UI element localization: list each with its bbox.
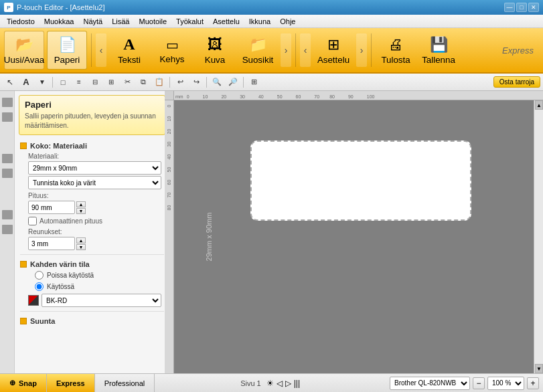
- align-btn1[interactable]: ≡: [72, 76, 86, 89]
- frame-icon: ▭: [166, 37, 179, 53]
- scroll-up-btn[interactable]: ▲: [535, 100, 543, 110]
- menu-tyokalut[interactable]: Työkalut: [172, 16, 208, 27]
- zoom-in-btn[interactable]: 🔍: [210, 76, 224, 89]
- cut-btn[interactable]: ✂: [120, 76, 135, 89]
- panel-side-icons: [0, 91, 15, 373]
- radio-group: Poissa käytöstä Käytössä: [15, 270, 169, 292]
- pituus-input-row: ▲ ▼: [28, 201, 161, 214]
- menu-bar: Tiedosto Muokkaa Näytä Lisää Muotoile Ty…: [0, 15, 543, 28]
- close-button[interactable]: ✕: [528, 3, 539, 12]
- grid-btn[interactable]: ⊞: [246, 76, 261, 89]
- toolbar-suosikit[interactable]: 📁 Suosikit: [238, 31, 278, 70]
- zoom-select[interactable]: 100 % 50 % 75 % 150 % 200 %: [487, 377, 524, 390]
- pituus-up-btn[interactable]: ▲: [76, 201, 86, 207]
- favorites-icon: 📁: [249, 36, 267, 54]
- reunukset-down-btn[interactable]: ▼: [76, 244, 86, 250]
- align-btn2[interactable]: ⊟: [88, 76, 102, 89]
- toolbar-teksti[interactable]: A Teksti: [109, 31, 149, 70]
- left-panel: Paperi Sallii paperin pituuden, leveyden…: [15, 91, 170, 373]
- materiaali-select[interactable]: 29mm x 90mm 24mm x 90mm 62mm x 90mm: [28, 161, 161, 175]
- pituus-input[interactable]: [28, 201, 75, 214]
- panel-description: Sallii paperin pituuden, leveyden ja suu…: [25, 112, 159, 130]
- toolbar-tallenna[interactable]: 💾 Tallenna: [418, 31, 459, 70]
- scroll-down-btn[interactable]: ▼: [535, 364, 543, 373]
- status-icon-4: |||: [294, 379, 300, 388]
- toolbar-suosikit-label: Suosikit: [242, 55, 274, 65]
- toolbar-kuva[interactable]: 🖼 Kuva: [195, 31, 235, 70]
- tunnista-select[interactable]: Tunnista koko ja värit Manuaalinen: [28, 176, 161, 189]
- menu-muokkaa[interactable]: Muokkaa: [40, 16, 78, 27]
- poissa-radio[interactable]: [35, 271, 44, 280]
- panel-title: Paperi: [25, 100, 159, 110]
- dropdown-btn[interactable]: ▼: [35, 76, 50, 89]
- align-btn3[interactable]: ⊞: [104, 76, 119, 89]
- status-icon-3: ▷: [285, 379, 291, 388]
- paste-btn[interactable]: 📋: [152, 76, 167, 89]
- toolbar-next-btn[interactable]: ›: [281, 33, 291, 67]
- menu-muotoile[interactable]: Muotoile: [135, 16, 171, 27]
- menu-ohje[interactable]: Ohje: [276, 16, 299, 27]
- kaytossa-radio[interactable]: [35, 282, 44, 291]
- window-title: P-touch Editor - [Asettelu2]: [17, 3, 104, 11]
- printer-select[interactable]: Brother QL-820NWB: [390, 377, 470, 390]
- toolbar-tulosta-label: Tulosta: [381, 55, 410, 65]
- menu-ikkuna[interactable]: Ikkuna: [245, 16, 275, 27]
- color-selector-row: BK-RD BK-BL: [15, 292, 169, 308]
- zoom-in-status-btn[interactable]: +: [527, 377, 539, 389]
- side-icon-2: [2, 112, 13, 122]
- buy-stickers-button[interactable]: Osta tarroja: [493, 76, 540, 88]
- professional-tab[interactable]: Professional: [95, 374, 155, 393]
- copy-btn[interactable]: ⧉: [136, 76, 151, 89]
- secondary-toolbar: ↖ A ▼ □ ≡ ⊟ ⊞ ✂ ⧉ 📋 ↩ ↪ 🔍 🔎 ⊞ Osta tarro…: [0, 74, 543, 91]
- ruler-left: 0 10 20 30 40 50 60 70 80: [165, 100, 174, 373]
- redo-btn[interactable]: ↪: [189, 76, 204, 89]
- toolbar-asettelu[interactable]: ⊞ Asettelu: [313, 31, 354, 70]
- toolbar-tallenna-label: Tallenna: [422, 55, 455, 65]
- express-tab[interactable]: Express: [47, 374, 95, 393]
- menu-tiedosto[interactable]: Tiedosto: [3, 16, 39, 27]
- poissa-row: Poissa käytöstä: [35, 271, 161, 280]
- save-icon: 💾: [430, 36, 448, 54]
- toolbar-next-btn2[interactable]: ›: [356, 33, 367, 67]
- snap-tab[interactable]: ⊕ Snap: [0, 374, 47, 393]
- canvas-inner: 29mm x 90mm: [174, 100, 534, 373]
- menu-nayta[interactable]: Näytä: [79, 16, 106, 27]
- toolbar-kehys[interactable]: ▭ Kehys: [152, 31, 192, 70]
- automaattinen-label: Automaattinen pituus: [40, 217, 102, 225]
- side-icon-4: [2, 169, 13, 178]
- reunukset-spin: ▲ ▼: [76, 237, 86, 250]
- automaattinen-checkbox[interactable]: [28, 217, 37, 225]
- toolbar-uusi-avaa[interactable]: 📂 Uusi/Avaa: [4, 31, 44, 70]
- sec-sep-2: [169, 77, 170, 88]
- express-label: Express: [502, 45, 539, 56]
- canvas-scroll-area[interactable]: 29mm x 90mm: [174, 100, 534, 373]
- ruler-corner: [165, 91, 174, 100]
- vertical-scrollbar[interactable]: ▲ ▼: [534, 100, 543, 373]
- rect-tool-btn[interactable]: □: [56, 76, 70, 89]
- reunukset-input[interactable]: [28, 237, 75, 250]
- koko-section-icon: [20, 142, 27, 149]
- text-tool-btn[interactable]: A: [19, 76, 33, 89]
- undo-btn[interactable]: ↩: [173, 76, 187, 89]
- menu-asettelu[interactable]: Asettelu: [209, 16, 244, 27]
- maximize-button[interactable]: □: [516, 3, 527, 12]
- zoom-out-status-btn[interactable]: −: [473, 377, 485, 389]
- zoom-out-btn[interactable]: 🔎: [226, 76, 240, 89]
- toolbar-paperi[interactable]: 📄 Paperi: [47, 31, 87, 70]
- toolbar-prev-btn[interactable]: ‹: [96, 33, 106, 67]
- pituus-down-btn[interactable]: ▼: [76, 208, 86, 214]
- toolbar-tulosta[interactable]: 🖨 Tulosta: [376, 31, 416, 70]
- select-tool-btn[interactable]: ↖: [3, 76, 17, 89]
- menu-lisaa[interactable]: Lisää: [108, 16, 133, 27]
- express-tab-label: Express: [56, 379, 85, 387]
- status-right: Brother QL-820NWB − 100 % 50 % 75 % 150 …: [386, 377, 543, 390]
- reunukset-row: Reunukset: ▲ ▼: [15, 227, 169, 252]
- color-select[interactable]: BK-RD BK-BL: [42, 294, 161, 307]
- toolbar-asettelu-label: Asettelu: [317, 55, 350, 65]
- status-middle: Sivu 1 ☀ ◁ ▷ |||: [155, 379, 386, 388]
- minimize-button[interactable]: —: [504, 3, 515, 12]
- ruler-top: mm 0 10 20 30 40 50 60 70 80 90 100: [174, 91, 543, 100]
- reunukset-up-btn[interactable]: ▲: [76, 237, 86, 243]
- kaytossa-label: Käytössä: [47, 283, 74, 290]
- toolbar-prev-btn2[interactable]: ‹: [300, 33, 311, 67]
